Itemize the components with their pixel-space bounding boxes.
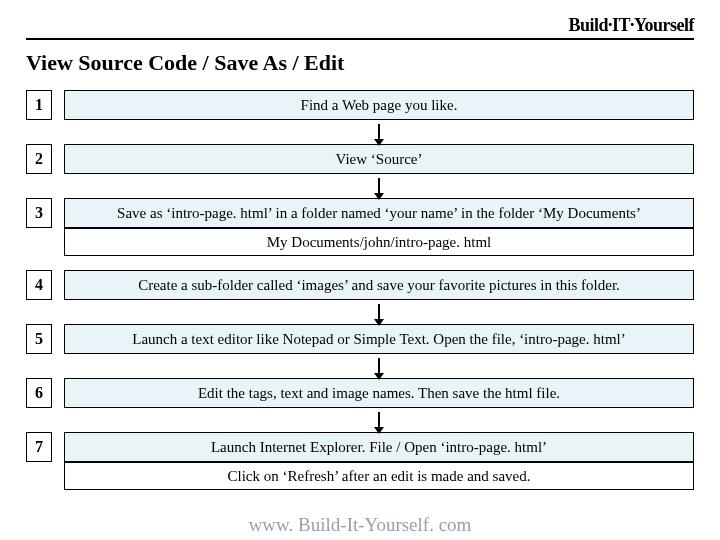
arrow-row	[64, 354, 694, 378]
step-number: 5	[26, 324, 52, 354]
down-arrow-icon	[378, 412, 380, 428]
arrow-row	[64, 120, 694, 144]
step-number: 7	[26, 432, 52, 462]
step-box: Edit the tags, text and image names. The…	[64, 378, 694, 408]
step-number: 6	[26, 378, 52, 408]
step-number: 1	[26, 90, 52, 120]
down-arrow-icon	[378, 178, 380, 194]
step-row: 3 Save as ‘intro-page. html’ in a folder…	[26, 198, 694, 228]
top-bar: Build·IT·Yourself	[26, 16, 694, 40]
step-row: 6 Edit the tags, text and image names. T…	[26, 378, 694, 408]
step-number: 3	[26, 198, 52, 228]
down-arrow-icon	[378, 124, 380, 140]
page: Build·IT·Yourself View Source Code / Sav…	[0, 0, 720, 536]
logo-text: Build·IT·Yourself	[568, 15, 694, 35]
steps-container: 1 Find a Web page you like. 2 View ‘Sour…	[26, 90, 694, 490]
footer-url: www. Build-It-Yourself. com	[26, 514, 694, 536]
step-row: 5 Launch a text editor like Notepad or S…	[26, 324, 694, 354]
step-box: Launch Internet Explorer. File / Open ‘i…	[64, 432, 694, 462]
logo: Build·IT·Yourself	[568, 15, 694, 36]
page-title: View Source Code / Save As / Edit	[26, 50, 694, 76]
step-box: Launch a text editor like Notepad or Sim…	[64, 324, 694, 354]
step-box: Find a Web page you like.	[64, 90, 694, 120]
step-number: 2	[26, 144, 52, 174]
step-row: 7 Launch Internet Explorer. File / Open …	[26, 432, 694, 462]
step-number: 4	[26, 270, 52, 300]
arrow-row	[64, 174, 694, 198]
step-sub-box: My Documents/john/intro-page. html	[64, 228, 694, 256]
step-box: Save as ‘intro-page. html’ in a folder n…	[64, 198, 694, 228]
arrow-row	[64, 408, 694, 432]
arrow-row	[64, 300, 694, 324]
down-arrow-icon	[378, 304, 380, 320]
down-arrow-icon	[378, 358, 380, 374]
spacer	[26, 256, 694, 270]
step-box: View ‘Source’	[64, 144, 694, 174]
step-row: 1 Find a Web page you like.	[26, 90, 694, 120]
step-row: 4 Create a sub-folder called ‘images’ an…	[26, 270, 694, 300]
step-box: Create a sub-folder called ‘images’ and …	[64, 270, 694, 300]
step-extra-box: Click on ‘Refresh’ after an edit is made…	[64, 462, 694, 490]
step-row: 2 View ‘Source’	[26, 144, 694, 174]
